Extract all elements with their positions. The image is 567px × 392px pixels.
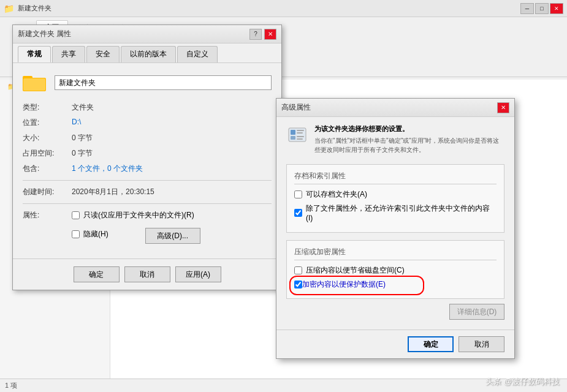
encrypt-label: 加密内容以便保护数据(E) [302,279,386,290]
type-row: 类型: 文件夹 [23,102,272,113]
details-area: 详细信息(D) [286,304,504,320]
contains-label: 包含: [23,164,72,174]
divider-2 [23,203,272,204]
properties-dialog: 新建文件夹 属性 ? ✕ 常规 共享 安全 以前的版本 自定义 类型 [12,24,282,290]
close-btn-explorer[interactable]: ✕ [550,3,563,14]
size-value: 0 字节 [72,133,93,143]
adv-cancel-btn[interactable]: 取消 [459,336,504,352]
svg-rect-6 [297,132,303,134]
location-row: 位置: D:\ [23,118,272,128]
explorer-title: 📁 新建文件夹 [4,4,51,13]
compress-label: 压缩内容以便节省磁盘空间(C) [306,265,405,276]
size-label: 大小: [23,133,72,143]
index-label: 除了文件属性外，还允许许索引引此文件夹中文件的内容(I) [306,203,497,222]
type-value: 文件夹 [72,102,94,113]
props-close-btn[interactable]: ✕ [264,29,276,40]
minimize-btn[interactable]: ─ [520,3,534,14]
props-title-text: 新建文件夹 属性 [18,29,71,39]
created-value: 2020年8月1日，20:30:15 [72,187,154,197]
type-label: 类型: [23,102,72,113]
attr-row: 属性: 只读(仅应用于文件夹中的文件)(R) 隐藏(H) 高级(D)... [23,210,272,244]
props-ok-btn[interactable]: 确定 [74,266,120,282]
adv-content: 为该文件夹选择你想要的设置。 当你在"属性"对话框中单击"确定"或"应用"时，系… [276,117,514,330]
compress-checkbox[interactable] [294,266,302,274]
location-label: 位置: [23,118,72,128]
readonly-checkbox[interactable] [72,211,80,219]
status-items: 1 项 [5,381,17,390]
maximize-btn[interactable]: □ [535,3,549,14]
location-value[interactable]: D:\ [72,118,81,128]
folder-name-input[interactable] [55,75,272,90]
props-titlebar: 新建文件夹 属性 ? ✕ [13,25,281,43]
details-btn[interactable]: 详细信息(D) [449,304,504,320]
folder-icon-title: 📁 [4,4,14,13]
settings-icon [286,124,308,146]
created-label: 创建时间: [23,187,72,197]
props-content: 类型: 文件夹 位置: D:\ 大小: 0 字节 占用空间: 0 字节 包含: … [13,63,281,258]
win-controls: ─ □ ✕ [520,3,563,14]
compress-row: 压缩内容以便节省磁盘空间(C) [294,265,497,276]
archive-section: 存档和索引属性 可以存档文件夹(A) 除了文件属性外，还允许许索引引此文件夹中文… [286,164,504,233]
hidden-label: 隐藏(H) [83,229,108,239]
tab-sharing[interactable]: 共享 [52,46,85,62]
svg-rect-9 [297,138,303,140]
hidden-checkbox[interactable] [72,230,80,238]
encrypt-row: 加密内容以便保护数据(E) [294,279,497,290]
contains-row: 包含: 1 个文件，0 个文件夹 [23,164,272,174]
created-row: 创建时间: 2020年8月1日，20:30:15 [23,187,272,197]
advanced-dialog: 高级属性 ✕ 为该文件夹选择你想要的设置。 当你在"属性"对话框中单击 [276,98,515,359]
encrypt-section: 压缩或加密属性 压缩内容以便节省磁盘空间(C) 加密内容以便保护数据(E) [286,240,504,299]
tab-previous[interactable]: 以前的版本 [121,46,176,62]
readonly-row: 只读(仅应用于文件夹中的文件)(R) [72,210,200,221]
encrypt-checkbox[interactable] [294,281,302,288]
props-apply-btn[interactable]: 应用(A) [175,266,221,282]
svg-rect-4 [291,130,295,135]
index-row: 除了文件属性外，还允许许索引引此文件夹中文件的内容(I) [294,203,497,222]
adv-close-btn[interactable]: ✕ [497,102,509,113]
svg-rect-7 [291,136,295,140]
archive-checkbox[interactable] [294,190,302,198]
watermark: 头条 @波仔数码科技 [485,376,560,387]
folder-icon-large [23,73,47,92]
svg-rect-8 [297,136,304,137]
contains-value: 1 个文件，0 个文件夹 [72,164,143,174]
divider-1 [23,180,272,181]
readonly-label: 只读(仅应用于文件夹中的文件)(R) [83,210,194,221]
adv-title-text: 高级属性 [281,102,311,113]
status-bar: 1 项 [0,379,567,392]
tab-custom[interactable]: 自定义 [177,46,218,62]
adv-footer: 确定 取消 [276,330,514,358]
explorer-title-text: 新建文件夹 [18,4,51,13]
adv-desc1: 为该文件夹选择你想要的设置。 [314,124,504,134]
can-archive-row: 可以存档文件夹(A) [294,189,497,200]
advanced-button[interactable]: 高级(D)... [145,228,200,244]
adv-desc2: 当你在"属性"对话框中单击"确定"或"应用"时，系统会询问你是否将这些更改同时应… [314,136,504,154]
adv-description: 为该文件夹选择你想要的设置。 当你在"属性"对话框中单击"确定"或"应用"时，系… [286,124,504,154]
svg-rect-5 [297,130,304,131]
index-checkbox[interactable] [294,209,302,217]
adv-titlebar: 高级属性 ✕ [276,99,514,117]
props-title-buttons: ? ✕ [249,29,276,40]
adv-title-buttons: ✕ [497,102,509,113]
adv-ok-btn[interactable]: 确定 [408,336,454,352]
size-row: 大小: 0 字节 [23,133,272,143]
props-cancel-btn[interactable]: 取消 [124,266,170,282]
archive-section-title: 存档和索引属性 [294,171,497,184]
win-titlebar: 📁 新建文件夹 ─ □ ✕ [0,0,567,17]
props-footer: 确定 取消 应用(A) [13,258,281,290]
svg-rect-2 [23,78,45,91]
archive-label: 可以存档文件夹(A) [306,189,367,200]
disk-size-row: 占用空间: 0 字节 [23,148,272,159]
attr-label: 属性: [23,210,72,244]
hidden-row: 隐藏(H) [72,229,108,239]
tab-security[interactable]: 安全 [86,46,120,62]
props-tabs: 常规 共享 安全 以前的版本 自定义 [13,43,281,63]
disk-size-label: 占用空间: [23,148,72,159]
disk-size-value: 0 字节 [72,148,93,159]
attr-section: 属性: 只读(仅应用于文件夹中的文件)(R) 隐藏(H) 高级(D)... [23,210,272,244]
tab-general[interactable]: 常规 [18,46,51,62]
folder-header [23,73,272,92]
props-minimize-btn[interactable]: ? [249,29,262,40]
encrypt-section-title: 压缩或加密属性 [294,247,497,260]
